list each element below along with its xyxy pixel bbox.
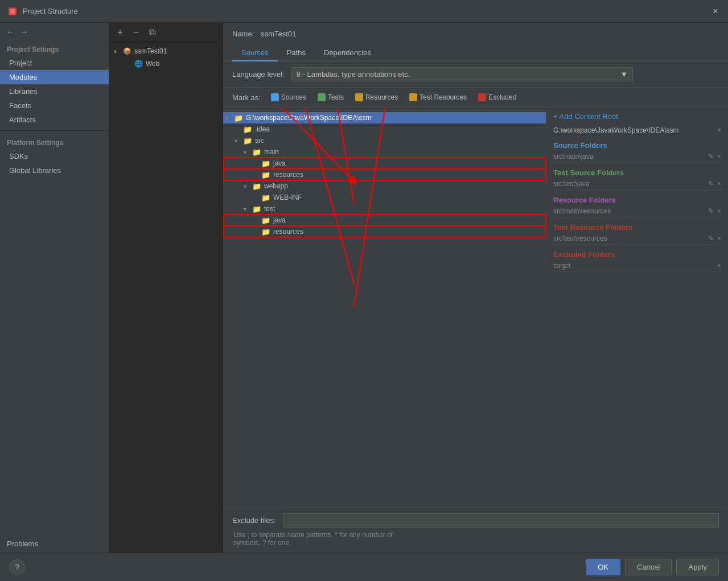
file-tree-item-webapp[interactable]: ▾ 📁 webapp (223, 180, 546, 192)
source-folder-remove-0[interactable]: × (717, 153, 721, 160)
file-tree-item-web-inf[interactable]: ▸ 📁 WEB-INF (223, 192, 546, 203)
test-resource-folder-path-0: src\test\resources (553, 234, 607, 242)
sidebar-nav: ← → (0, 23, 109, 41)
content-root-close-button[interactable]: × (717, 126, 721, 134)
add-module-button[interactable]: + (114, 26, 126, 39)
tab-paths[interactable]: Paths (278, 45, 315, 61)
dotted-line-test-resources (553, 244, 721, 245)
test-resource-folder-actions-0: ✎ × (708, 234, 721, 242)
file-tree-label-test: test (264, 205, 275, 213)
source-folder-actions-0: ✎ × (708, 153, 721, 160)
mark-badge-excluded[interactable]: Excluded (475, 92, 520, 102)
right-info-panel: + Add Content Root G:\workspace\JavaWork… (546, 108, 728, 507)
web-icon: 🌐 (133, 59, 143, 68)
file-tree-item-main-resources[interactable]: ▸ 📁 resources (223, 169, 546, 180)
test-source-folder-path-0: src\test\java (553, 180, 590, 188)
app-icon (7, 6, 18, 17)
file-tree-item-test[interactable]: ▾ 📁 test (223, 203, 546, 215)
test-resources-badge-icon (409, 93, 417, 101)
file-tree-item-test-java[interactable]: ▸ 📁 java (223, 215, 546, 226)
sidebar-item-modules[interactable]: Modules (0, 70, 109, 84)
content-root-path-text: G:\workspace\JavaWorkSpace\IDEA\ssm (553, 126, 679, 134)
cancel-button[interactable]: Cancel (625, 559, 672, 575)
file-tree-item-test-resources[interactable]: ▸ 📁 resources (223, 226, 546, 237)
mark-badge-tests[interactable]: Tests (314, 92, 347, 102)
sidebar-item-global-libraries[interactable]: Global Libraries (0, 163, 109, 178)
resources-badge-icon (355, 93, 363, 101)
tests-badge-icon (318, 93, 326, 101)
excluded-folder-actions-0: × (717, 262, 721, 270)
tab-sources[interactable]: Sources (232, 45, 278, 61)
dotted-line-test-sources (553, 189, 721, 190)
file-tree-item-idea[interactable]: ▸ 📁 .idea (223, 123, 546, 135)
sources-badge-icon (271, 93, 279, 101)
tab-dependencies[interactable]: Dependencies (315, 45, 380, 61)
remove-module-button[interactable]: − (130, 26, 142, 39)
sidebar-problems[interactable]: Problems (0, 535, 109, 553)
file-tree-arrow-test: ▾ (244, 206, 252, 212)
help-button[interactable]: ? (9, 559, 25, 575)
resource-folder-actions-0: ✎ × (708, 207, 721, 215)
source-folders-title: Source Folders (553, 141, 721, 150)
project-settings-label: Project Settings (0, 41, 109, 56)
resource-folder-remove-0[interactable]: × (717, 207, 721, 215)
tree-item-web[interactable]: 🌐 Web (109, 57, 223, 70)
ok-button[interactable]: OK (586, 559, 620, 575)
file-tree-item-src[interactable]: ▾ 📁 src (223, 135, 546, 146)
test-source-folder-remove-0[interactable]: × (717, 180, 721, 188)
tree-item-ssmtest01[interactable]: ▾ 📦 ssmTest01 (109, 45, 223, 57)
excluded-folders-title: Excluded Folders (553, 250, 721, 259)
folder-icon-test: 📁 (252, 204, 262, 213)
source-folders-section: Source Folders src\main\java ✎ × (553, 141, 721, 163)
file-tree-label-web-inf: WEB-INF (273, 193, 302, 201)
nav-back-button[interactable]: ← (5, 26, 16, 38)
file-tree-item-main[interactable]: ▾ 📁 main (223, 146, 546, 158)
sidebar-item-project[interactable]: Project (0, 56, 109, 70)
test-resource-folder-edit-0[interactable]: ✎ (708, 234, 714, 242)
mark-badge-test-resources[interactable]: Test Resources (406, 92, 470, 102)
folder-icon-java: 📁 (261, 159, 271, 168)
file-tree-label-root: G:\workspace\JavaWorkSpace\IDEA\ssm (246, 114, 372, 122)
language-level-select[interactable]: 8 - Lambdas, type annotations etc. ▼ (291, 67, 633, 81)
resource-folders-title: Resource Folders (553, 196, 721, 204)
resource-folder-path-0: src\main\resources (553, 207, 611, 215)
file-tree-area: ▾ 📁 G:\workspace\JavaWorkSpace\IDEA\ssm … (223, 108, 546, 507)
sidebar-item-libraries[interactable]: Libraries (0, 84, 109, 98)
sidebar-divider (0, 130, 109, 131)
content-root-path-row: G:\workspace\JavaWorkSpace\IDEA\ssm × (553, 126, 721, 134)
file-tree-item-root[interactable]: ▾ 📁 G:\workspace\JavaWorkSpace\IDEA\ssm (223, 112, 546, 123)
dropdown-arrow-icon: ▼ (620, 70, 628, 79)
test-resource-folders-title: Test Resource Folders (553, 223, 721, 232)
excluded-folders-section: Excluded Folders target × (553, 250, 721, 272)
close-button[interactable]: × (710, 6, 721, 17)
test-resource-folder-entry-0: src\test\resources ✎ × (553, 234, 721, 243)
tree-label-web: Web (146, 60, 159, 68)
add-content-root-button[interactable]: + Add Content Root (553, 112, 721, 121)
source-folder-edit-0[interactable]: ✎ (708, 153, 714, 160)
resource-folders-section: Resource Folders src\main\resources ✎ × (553, 196, 721, 217)
mark-badge-sources[interactable]: Sources (268, 92, 310, 102)
file-tree-item-java[interactable]: ▸ 📁 java (223, 158, 546, 169)
sidebar-item-artifacts[interactable]: Artifacts (0, 113, 109, 127)
nav-forward-button[interactable]: → (18, 26, 30, 38)
file-tree-label-test-resources: resources (273, 228, 303, 236)
mark-badge-resources[interactable]: Resources (352, 92, 401, 102)
excluded-folder-remove-0[interactable]: × (717, 262, 721, 270)
test-source-folder-edit-0[interactable]: ✎ (708, 180, 714, 188)
folder-icon-main-resources: 📁 (261, 170, 271, 179)
excluded-folder-entry-0: target × (553, 261, 721, 270)
name-input[interactable] (261, 30, 356, 38)
copy-module-button[interactable]: ⧉ (146, 26, 158, 39)
file-tree-label-idea: .idea (255, 125, 270, 133)
resource-folder-edit-0[interactable]: ✎ (708, 207, 714, 215)
tabs: Sources Paths Dependencies (232, 45, 719, 61)
test-source-folders-title: Test Source Folders (553, 168, 721, 177)
apply-button[interactable]: Apply (676, 559, 719, 575)
exclude-files-label: Exclude files: (232, 516, 276, 525)
file-tree-wrapper: ▾ 📁 G:\workspace\JavaWorkSpace\IDEA\ssm … (223, 108, 546, 507)
sidebar-item-sdks[interactable]: SDKs (0, 149, 109, 163)
exclude-files-section: Exclude files: Use ; to separate name pa… (223, 507, 728, 553)
exclude-files-input[interactable] (283, 513, 719, 528)
test-resource-folder-remove-0[interactable]: × (717, 234, 721, 242)
sidebar-item-facets[interactable]: Facets (0, 98, 109, 113)
